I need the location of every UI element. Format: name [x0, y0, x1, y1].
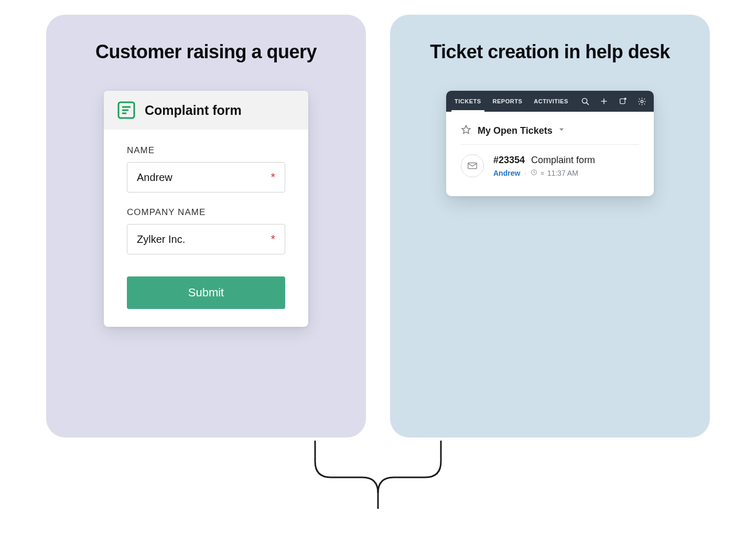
svg-marker-11	[462, 125, 470, 133]
desk-topbar: TICKETS REPORTS ACTIVITIES	[446, 91, 654, 112]
panel-customer-query: Customer raising a query Complaint form …	[46, 15, 366, 437]
company-name-label: COMPANY NAME	[127, 207, 285, 218]
svg-point-10	[641, 100, 643, 103]
required-star-icon: *	[271, 233, 275, 245]
panel-help-desk: Ticket creation in help desk TICKETS REP…	[390, 15, 710, 437]
name-label: NAME	[127, 145, 285, 156]
svg-line-5	[586, 102, 588, 104]
ticket-id: #23354	[493, 155, 525, 166]
panel-title-left: Customer raising a query	[95, 40, 317, 63]
new-window-icon[interactable]	[618, 97, 628, 106]
help-desk-card: TICKETS REPORTS ACTIVITIES	[446, 91, 654, 196]
ticket-author[interactable]: Andrew	[493, 169, 520, 177]
name-input[interactable]	[137, 172, 268, 184]
submit-button[interactable]: Submit	[127, 276, 285, 309]
ticket-row[interactable]: #23354 Complaint form Andrew ·	[461, 154, 639, 177]
desk-filter-label: My Open Tickets	[478, 125, 553, 136]
envelope-icon	[461, 154, 484, 177]
name-input-wrap[interactable]: *	[127, 162, 285, 193]
required-star-icon: *	[271, 172, 275, 183]
complaint-form-card: Complaint form NAME * COMPANY NAME *	[104, 91, 308, 327]
assign-icon: ≡	[541, 170, 544, 176]
chevron-down-icon	[558, 126, 565, 135]
add-icon[interactable]	[599, 97, 609, 106]
ticket-time: 11:37 AM	[547, 169, 578, 177]
svg-rect-8	[620, 99, 625, 103]
search-icon[interactable]	[580, 97, 590, 106]
tab-tickets[interactable]: TICKETS	[451, 91, 484, 112]
form-card-title: Complaint form	[145, 103, 242, 118]
svg-rect-13	[468, 163, 477, 169]
tab-reports[interactable]: REPORTS	[490, 91, 526, 112]
ticket-subject: Complaint form	[531, 155, 595, 166]
flow-connector	[305, 441, 451, 509]
desk-filter[interactable]: My Open Tickets	[461, 124, 639, 145]
gear-icon[interactable]	[637, 97, 646, 106]
svg-point-4	[582, 98, 587, 103]
panel-title-right: Ticket creation in help desk	[430, 40, 670, 63]
separator-dot: ·	[524, 169, 526, 177]
tab-activities[interactable]: ACTIVITIES	[531, 91, 571, 112]
clock-icon	[531, 169, 537, 177]
company-name-input[interactable]	[137, 233, 268, 245]
star-outline-icon	[461, 124, 471, 137]
form-logo-icon	[117, 101, 135, 119]
form-card-header: Complaint form	[104, 91, 308, 130]
svg-point-9	[624, 98, 627, 100]
company-name-input-wrap[interactable]: *	[127, 224, 285, 254]
svg-marker-12	[559, 129, 564, 131]
